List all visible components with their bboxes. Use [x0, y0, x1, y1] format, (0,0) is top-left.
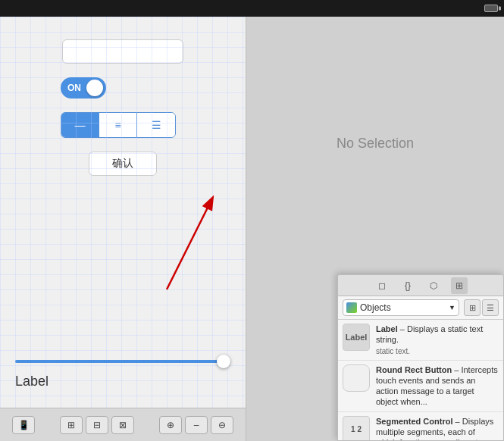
- seg-obj-title: Segmented Control – Displays multiple se…: [376, 416, 499, 441]
- seg-item-1[interactable]: —: [61, 113, 99, 137]
- seg-list2-icon: ☰: [152, 119, 161, 131]
- label-obj-icon: Label: [343, 324, 370, 351]
- toolbar-center: ⊞ ⊟ ⊠: [60, 416, 134, 434]
- label-obj-desc: static text.: [376, 346, 499, 356]
- seg-obj-icon: 1 2: [343, 416, 370, 441]
- no-selection-area: No Selection: [246, 17, 504, 271]
- phone-panel: ON — ≡ ☰ 确认 Label: [0, 17, 246, 441]
- library-icon: ⊞: [455, 280, 463, 291]
- toggle-thumb: [86, 80, 103, 96]
- object-icon: ⬡: [430, 280, 437, 291]
- button-obj-icon: [343, 364, 370, 392]
- dropdown-chevron-icon: ▼: [449, 304, 455, 311]
- objects-panel-container: ◻ {} ⬡ ⊞: [246, 271, 504, 441]
- split-icon: ⊟: [93, 420, 101, 430]
- panel-tabs: ◻ {} ⬡ ⊞: [338, 275, 503, 296]
- seg-item-2[interactable]: ≡: [99, 113, 137, 137]
- label-text: Label: [15, 374, 49, 389]
- label-obj-info: Label – Displays a static text string. s…: [376, 324, 499, 356]
- grid-view-icon: ⊞: [469, 303, 476, 313]
- list-item[interactable]: Label Label – Displays a static text str…: [338, 320, 503, 361]
- zoom-in-button[interactable]: ⊕: [159, 416, 182, 434]
- view-toggle: ⊞ ☰: [464, 299, 499, 316]
- toggle-label: ON: [67, 83, 81, 93]
- zoom-in-icon: ⊕: [167, 420, 174, 430]
- file-icon: ◻: [378, 280, 386, 291]
- right-panel: No Selection ◻ {} ⬡ ⊞: [246, 17, 504, 441]
- expand-button[interactable]: ⊠: [111, 416, 134, 434]
- objects-dropdown-label: Objects: [360, 302, 391, 313]
- button-obj-info: Round Rect Button – Intercepts touch eve…: [376, 364, 499, 408]
- code-icon: {}: [405, 280, 411, 291]
- no-selection-text: No Selection: [337, 136, 414, 152]
- tab-file[interactable]: ◻: [374, 277, 390, 294]
- list-view-icon: ☰: [487, 303, 494, 313]
- tab-library[interactable]: ⊞: [451, 277, 468, 294]
- grid-icon: ⊞: [67, 420, 75, 430]
- toolbar-left: 📱: [12, 416, 35, 434]
- toggle-row: ON: [61, 77, 106, 99]
- zoom-out-icon: ⊖: [218, 420, 226, 430]
- zoom-out-button[interactable]: ⊖: [211, 416, 233, 434]
- toolbar-right: ⊕ – ⊖: [159, 416, 233, 434]
- phone-view-button[interactable]: 📱: [12, 416, 35, 434]
- battery-icon: [484, 5, 498, 12]
- main-layout: ON — ≡ ☰ 确认 Label: [0, 17, 504, 441]
- objects-panel: ◻ {} ⬡ ⊞: [337, 274, 504, 441]
- objects-list: Label Label – Displays a static text str…: [338, 320, 503, 441]
- panel-toolbar: Objects ▼ ⊞ ☰: [338, 296, 503, 320]
- seg-minus-icon: —: [75, 119, 86, 131]
- toggle-switch[interactable]: ON: [61, 77, 106, 99]
- label-obj-title: Label – Displays a static text string.: [376, 324, 499, 346]
- objects-dropdown[interactable]: Objects ▼: [343, 299, 459, 316]
- red-arrow: [121, 168, 258, 305]
- confirm-button[interactable]: 确认: [89, 152, 157, 176]
- slider-track[interactable]: [15, 360, 230, 363]
- tab-code[interactable]: {}: [399, 277, 416, 294]
- confirm-button-label: 确认: [112, 157, 133, 170]
- top-bar: [0, 0, 504, 17]
- svg-line-1: [167, 199, 212, 289]
- seg-obj-info: Segmented Control – Displays multiple se…: [376, 416, 499, 441]
- phone-view-icon: 📱: [18, 420, 30, 430]
- expand-icon: ⊠: [119, 420, 127, 430]
- list-item[interactable]: Round Rect Button – Intercepts touch eve…: [338, 361, 503, 412]
- seg-item-3[interactable]: ☰: [137, 113, 175, 137]
- bottom-toolbar: 📱 ⊞ ⊟ ⊠ ⊕ –: [0, 408, 246, 441]
- dash-button[interactable]: –: [185, 416, 208, 434]
- seg-list1-icon: ≡: [114, 119, 121, 131]
- dash-icon: –: [194, 420, 199, 430]
- split-button[interactable]: ⊟: [86, 416, 108, 434]
- button-obj-title: Round Rect Button – Intercepts touch eve…: [376, 364, 499, 408]
- grid-button[interactable]: ⊞: [60, 416, 83, 434]
- grid-view-button[interactable]: ⊞: [464, 299, 481, 316]
- segmented-control[interactable]: — ≡ ☰: [61, 112, 176, 138]
- list-view-button[interactable]: ☰: [482, 299, 499, 316]
- list-item[interactable]: 1 2 Segmented Control – Displays multipl…: [338, 412, 503, 441]
- tab-object[interactable]: ⬡: [425, 277, 442, 294]
- objects-icon: [346, 302, 357, 313]
- simulator-text-field[interactable]: [62, 39, 183, 64]
- slider-row: [15, 354, 230, 369]
